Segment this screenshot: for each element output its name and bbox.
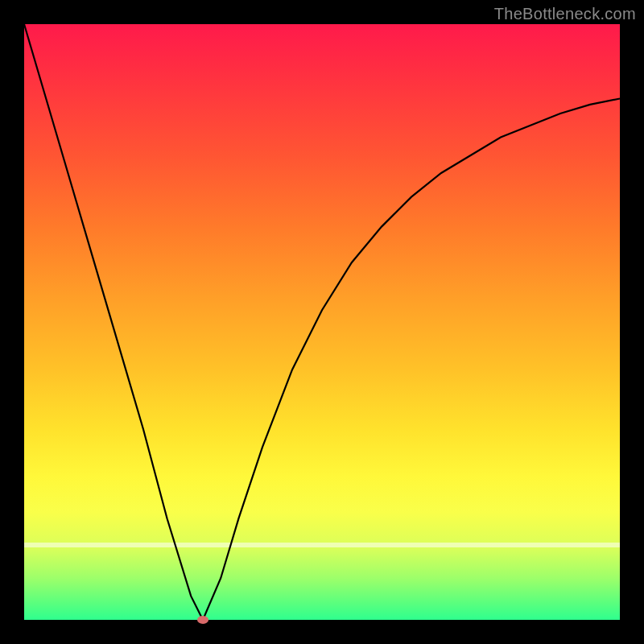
chart-frame: TheBottleneck.com <box>0 0 644 644</box>
bottleneck-curve <box>24 24 620 620</box>
plot-area <box>24 24 620 620</box>
minimum-marker <box>197 616 208 624</box>
watermark-text: TheBottleneck.com <box>494 5 636 23</box>
curve-path <box>24 24 620 620</box>
